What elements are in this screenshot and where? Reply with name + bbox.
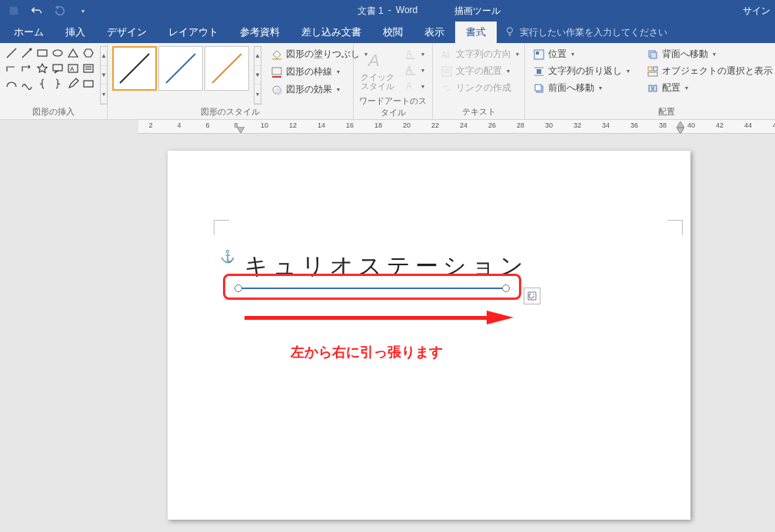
shapes-gallery[interactable]: A bbox=[5, 46, 95, 105]
svg-line-1 bbox=[7, 48, 16, 58]
shape-ellipse-icon[interactable] bbox=[51, 46, 65, 60]
app-name: Word bbox=[396, 5, 417, 18]
svg-rect-31 bbox=[536, 52, 539, 55]
svg-rect-15 bbox=[272, 58, 281, 60]
undo-icon[interactable] bbox=[29, 3, 45, 18]
styles-gallery-scroll[interactable]: ▲ ▼ ▾ bbox=[254, 46, 261, 105]
tab-format[interactable]: 書式 bbox=[455, 22, 497, 43]
resize-handle-right[interactable] bbox=[502, 284, 510, 292]
scroll-down-icon[interactable]: ▼ bbox=[101, 66, 107, 85]
tab-view[interactable]: 表示 bbox=[414, 22, 455, 43]
svg-rect-11 bbox=[84, 81, 93, 87]
redo-icon[interactable] bbox=[52, 3, 68, 18]
shape-styles-gallery[interactable] bbox=[112, 46, 249, 105]
svg-rect-39 bbox=[648, 67, 652, 71]
tab-references[interactable]: 参考資料 bbox=[229, 22, 291, 43]
shape-more-icon[interactable] bbox=[81, 77, 95, 91]
position-button[interactable]: 位置▾ bbox=[530, 46, 633, 62]
ruler-tick: 6 bbox=[201, 121, 214, 129]
ruler-tick: 30 bbox=[543, 121, 555, 129]
text-fill-icon: A bbox=[404, 48, 417, 60]
selected-line-shape[interactable] bbox=[239, 288, 510, 289]
wrap-text-button[interactable]: 文字列の折り返し▾ bbox=[530, 63, 633, 79]
shape-brace-r-icon[interactable] bbox=[51, 77, 65, 91]
send-backward-button[interactable]: 背面へ移動▾ bbox=[644, 46, 775, 62]
ruler-tick: 38 bbox=[657, 121, 669, 129]
shape-edit-icon[interactable] bbox=[66, 77, 80, 91]
shape-textbox2-icon[interactable] bbox=[81, 62, 95, 75]
svg-rect-43 bbox=[649, 85, 652, 91]
resize-handle-left[interactable] bbox=[234, 284, 242, 292]
svg-line-14 bbox=[212, 54, 241, 83]
svg-rect-36 bbox=[535, 85, 541, 91]
align-button[interactable]: 配置▾ bbox=[644, 80, 775, 96]
shape-brace-l-icon[interactable] bbox=[35, 77, 49, 91]
tab-design[interactable]: デザイン bbox=[96, 22, 158, 43]
ruler-tick: 20 bbox=[401, 121, 413, 129]
qat-more-icon[interactable]: ▾ bbox=[75, 3, 91, 18]
signin-link[interactable]: サイン bbox=[743, 5, 770, 18]
backward-icon bbox=[647, 48, 659, 61]
wrap-icon bbox=[533, 65, 545, 78]
svg-text:A: A bbox=[70, 65, 75, 72]
shape-elbow-icon[interactable] bbox=[5, 62, 18, 75]
style-thumb-2[interactable] bbox=[158, 46, 203, 91]
align-icon bbox=[647, 82, 659, 95]
svg-rect-41 bbox=[648, 72, 657, 76]
scroll-down-icon[interactable]: ▼ bbox=[254, 66, 261, 85]
position-icon bbox=[533, 48, 545, 61]
style-thumb-3[interactable] bbox=[205, 46, 249, 91]
shape-curve-icon[interactable] bbox=[20, 77, 34, 91]
text-effects-button: A▾ bbox=[401, 78, 427, 94]
svg-point-4 bbox=[53, 50, 62, 56]
text-fill-button: A▾ bbox=[401, 46, 427, 62]
scroll-more-icon[interactable]: ▾ bbox=[101, 85, 107, 104]
ruler-tick: 18 bbox=[372, 121, 384, 129]
shape-arc-icon[interactable] bbox=[5, 77, 18, 91]
horizontal-ruler[interactable]: 2468101214161820222426283032343638404244… bbox=[138, 120, 775, 134]
shape-arrow-icon[interactable] bbox=[20, 46, 34, 60]
shapes-gallery-scroll[interactable]: ▲ ▼ ▾ bbox=[100, 46, 108, 105]
scroll-up-icon[interactable]: ▲ bbox=[101, 47, 107, 66]
contextual-tab-title: 描画ツール bbox=[445, 0, 510, 22]
tab-insert[interactable]: 挿入 bbox=[55, 22, 96, 43]
group-wordart: A クイック スタイル A▾ A▾ A▾ ワードアートのスタイル bbox=[354, 43, 433, 119]
text-outline-button: A▾ bbox=[401, 62, 427, 78]
shape-triangle-icon[interactable] bbox=[66, 46, 80, 60]
tab-review[interactable]: 校閲 bbox=[372, 22, 414, 43]
shape-callout-icon[interactable] bbox=[51, 62, 65, 75]
tab-mailings[interactable]: 差し込み文書 bbox=[291, 22, 372, 43]
svg-line-13 bbox=[166, 54, 195, 83]
scroll-up-icon[interactable]: ▲ bbox=[254, 47, 261, 66]
group-label-shapes: 図形の挿入 bbox=[5, 105, 102, 119]
shape-rect-icon[interactable] bbox=[35, 46, 49, 60]
anchor-icon[interactable]: ⚓ bbox=[220, 249, 235, 264]
scroll-more-icon[interactable]: ▾ bbox=[254, 85, 261, 104]
svg-text:A: A bbox=[406, 48, 412, 59]
save-icon[interactable] bbox=[6, 3, 22, 18]
style-thumb-1[interactable] bbox=[112, 46, 157, 91]
ribbon-tabs: ホーム 挿入 デザイン レイアウト 参考資料 差し込み文書 校閲 表示 書式 実… bbox=[0, 22, 775, 43]
shape-star-icon[interactable] bbox=[35, 62, 49, 75]
tab-layout[interactable]: レイアウト bbox=[158, 22, 229, 43]
tell-me[interactable]: 実行したい作業を入力してください bbox=[504, 26, 667, 39]
document-page[interactable]: ⚓ キュリオステーション 左から右に引っ張ります bbox=[168, 151, 690, 520]
indent-marker-icon[interactable] bbox=[237, 127, 244, 134]
text-effects-icon: A bbox=[404, 80, 417, 92]
svg-rect-22 bbox=[406, 58, 415, 59]
ruler-tick: 16 bbox=[344, 121, 356, 129]
svg-rect-16 bbox=[272, 68, 281, 75]
svg-rect-44 bbox=[654, 85, 657, 91]
bring-forward-button[interactable]: 前面へ移動▾ bbox=[530, 80, 633, 96]
ruler-tick: 36 bbox=[628, 121, 640, 129]
shape-elbow-arrow-icon[interactable] bbox=[20, 62, 34, 75]
document-workspace: 2468101214161820222426283032343638404244… bbox=[0, 120, 775, 532]
selection-pane-button[interactable]: オブジェクトの選択と表示 bbox=[644, 63, 775, 79]
shape-hex-icon[interactable] bbox=[81, 46, 95, 60]
shape-textbox-icon[interactable]: A bbox=[66, 62, 80, 75]
tab-home[interactable]: ホーム bbox=[3, 22, 55, 43]
layout-options-button[interactable] bbox=[524, 288, 541, 304]
shape-line-icon[interactable] bbox=[5, 46, 18, 60]
group-arrange: 位置▾ 文字列の折り返し▾ 前面へ移動▾ 背面へ移動▾ オブジェクトの選択と表示… bbox=[525, 43, 775, 119]
right-margin-marker-icon[interactable] bbox=[677, 120, 684, 134]
